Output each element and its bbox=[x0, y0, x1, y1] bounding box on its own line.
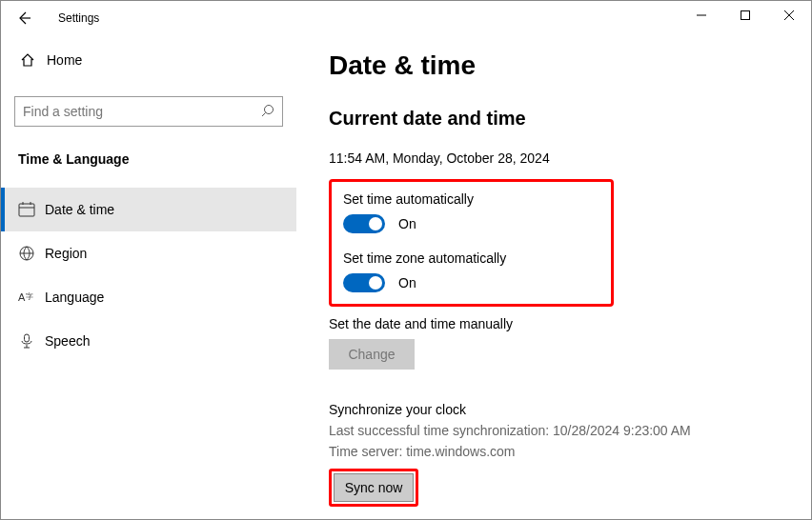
titlebar: Settings bbox=[1, 1, 811, 35]
manual-label: Set the date and time manually bbox=[329, 316, 788, 331]
set-zone-auto-label: Set time zone automatically bbox=[343, 250, 506, 266]
nav-label: Date & time bbox=[45, 202, 114, 217]
set-time-auto-label: Set time automatically bbox=[343, 191, 506, 207]
maximize-icon bbox=[741, 10, 750, 20]
nav-item-date-time[interactable]: Date & time bbox=[1, 188, 296, 231]
svg-rect-0 bbox=[741, 11, 750, 20]
set-zone-auto-state: On bbox=[398, 275, 416, 290]
svg-rect-6 bbox=[25, 334, 30, 342]
set-time-auto-toggle[interactable] bbox=[343, 214, 385, 233]
current-datetime-value: 11:54 AM, Monday, October 28, 2024 bbox=[329, 150, 788, 166]
window-controls bbox=[680, 1, 811, 30]
search-icon bbox=[261, 104, 274, 120]
sync-highlight: Sync now bbox=[329, 469, 418, 507]
change-button: Change bbox=[329, 339, 415, 370]
page-title: Date & time bbox=[329, 50, 788, 81]
microphone-icon bbox=[18, 332, 45, 350]
language-icon: A字 bbox=[18, 289, 45, 306]
search-box[interactable] bbox=[14, 96, 283, 127]
search-input[interactable] bbox=[23, 104, 261, 119]
maximize-button[interactable] bbox=[723, 1, 767, 30]
category-heading: Time & Language bbox=[14, 151, 283, 167]
sync-now-button[interactable]: Sync now bbox=[334, 473, 414, 502]
set-time-auto-state: On bbox=[398, 216, 416, 231]
nav-label: Speech bbox=[45, 333, 90, 349]
sidebar: Home Time & Language Date & time Region bbox=[1, 35, 296, 519]
svg-point-1 bbox=[265, 105, 274, 113]
nav-item-language[interactable]: A字 Language bbox=[1, 275, 296, 319]
sync-server: Time server: time.windows.com bbox=[329, 444, 788, 459]
minimize-button[interactable] bbox=[680, 1, 723, 30]
svg-rect-2 bbox=[19, 204, 34, 216]
clock-icon bbox=[18, 201, 45, 218]
back-button[interactable] bbox=[7, 1, 41, 35]
section-heading-current: Current date and time bbox=[329, 108, 788, 130]
home-icon bbox=[20, 52, 43, 68]
home-label: Home bbox=[47, 52, 82, 68]
close-button[interactable] bbox=[767, 1, 811, 30]
nav-item-speech[interactable]: Speech bbox=[1, 319, 296, 363]
svg-text:A: A bbox=[18, 291, 26, 303]
arrow-left-icon bbox=[16, 10, 31, 26]
svg-text:字: 字 bbox=[26, 292, 33, 301]
home-link[interactable]: Home bbox=[14, 41, 283, 79]
nav-list: Date & time Region A字 Language Speech bbox=[1, 188, 296, 363]
nav-label: Language bbox=[45, 290, 104, 305]
window-title: Settings bbox=[58, 11, 99, 25]
set-zone-auto-toggle[interactable] bbox=[343, 273, 385, 292]
highlighted-auto-settings: Set time automatically On Set time zone … bbox=[329, 179, 614, 307]
nav-item-region[interactable]: Region bbox=[1, 231, 296, 275]
sync-last: Last successful time synchronization: 10… bbox=[329, 423, 788, 438]
sync-heading: Synchronize your clock bbox=[329, 402, 788, 417]
nav-label: Region bbox=[45, 246, 87, 261]
minimize-icon bbox=[697, 10, 706, 20]
close-icon bbox=[784, 10, 794, 20]
globe-icon bbox=[18, 245, 45, 262]
main-panel: Date & time Current date and time 11:54 … bbox=[296, 35, 811, 519]
